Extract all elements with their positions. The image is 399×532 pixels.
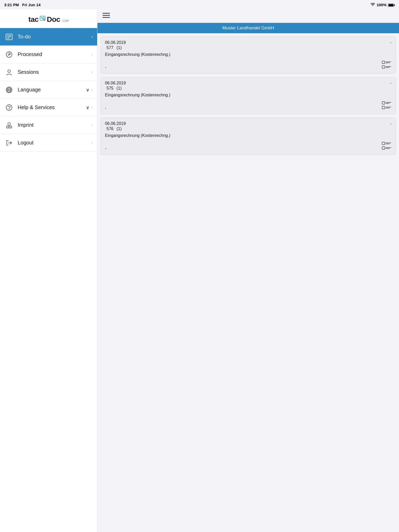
document-card[interactable]: 06.06.2019 - 575 (1) Eingangsrechnung (K… xyxy=(101,77,396,114)
sidebar-item-todo-label: To-do xyxy=(18,34,91,40)
svg-point-14 xyxy=(8,123,10,125)
card-id: 577 xyxy=(107,45,114,50)
svg-point-0 xyxy=(372,5,373,6)
chevron-right-icon: › xyxy=(91,87,93,92)
svg-rect-24 xyxy=(382,66,385,68)
document-card[interactable]: 06.06.2019 - 576 (1) Eingangsrechnung (K… xyxy=(101,117,396,155)
card-header: 06.06.2019 - xyxy=(105,40,391,45)
card-type: Eingangsrechnung (Kostenrechng.) xyxy=(105,133,391,138)
chevron-right-icon: › xyxy=(91,105,93,110)
card-id: 576 xyxy=(107,127,114,131)
processed-icon xyxy=(4,50,14,59)
card-date: 06.06.2019 xyxy=(105,121,126,126)
logo-doc: Doc xyxy=(47,15,60,23)
logo-tac: tac xyxy=(28,15,38,23)
sidebar-logo: tac Doc Live xyxy=(0,9,97,28)
card-date: 06.06.2019 xyxy=(105,40,126,45)
card-id-row: 577 (1) xyxy=(105,45,391,50)
main-content: Muster Landhandel GmbH 06.06.2019 - 577 … xyxy=(97,9,399,532)
sidebar-item-help-label: Help & Services xyxy=(18,104,86,110)
battery-percentage: 100% xyxy=(377,3,387,7)
sidebar-item-language[interactable]: Language ∨ › xyxy=(0,81,97,99)
card-dash: - xyxy=(390,40,391,45)
card-footer: - xyxy=(105,101,391,110)
card-id: 575 xyxy=(107,86,114,91)
card-footer: - xyxy=(105,60,391,70)
documents-list: 06.06.2019 - 577 (1) Eingangsrechnung (K… xyxy=(97,33,399,532)
status-time: 3:21 PM xyxy=(4,3,19,7)
svg-point-13 xyxy=(9,109,9,109)
card-type: Eingangsrechnung (Kostenrechng.) xyxy=(105,93,391,97)
logo-live: Live xyxy=(63,18,69,23)
app-container: tac Doc Live xyxy=(0,9,399,532)
todo-icon xyxy=(4,32,14,42)
chevron-right-icon: › xyxy=(91,52,93,57)
sidebar-item-imprint[interactable]: Imprint › xyxy=(0,116,97,134)
document-detail-icon[interactable] xyxy=(382,60,391,70)
company-bar: Muster Landhandel GmbH xyxy=(97,23,399,33)
logout-icon xyxy=(4,138,14,148)
card-count: (1) xyxy=(117,86,122,91)
sidebar-item-processed[interactable]: Processed › xyxy=(0,46,97,63)
card-count: (1) xyxy=(117,45,122,50)
document-detail-icon[interactable] xyxy=(382,101,391,110)
status-date: Fri Jun 14 xyxy=(22,3,41,7)
sidebar-item-language-label: Language xyxy=(18,87,86,93)
sidebar: tac Doc Live xyxy=(0,9,97,532)
sidebar-item-logout-label: Logout xyxy=(18,140,91,146)
card-id-row: 575 (1) xyxy=(105,86,391,91)
imprint-icon xyxy=(4,120,14,130)
main-header xyxy=(97,9,399,23)
status-time-date: 3:21 PM Fri Jun 14 xyxy=(4,3,41,7)
card-note: - xyxy=(105,65,106,70)
card-note: - xyxy=(105,106,106,110)
svg-rect-33 xyxy=(382,142,385,145)
chevron-right-icon: › xyxy=(91,34,93,39)
chevron-right-icon: › xyxy=(91,122,93,128)
status-indicators: 100% xyxy=(370,3,395,7)
expand-icon: ∨ xyxy=(86,105,89,110)
sidebar-item-logout[interactable]: Logout › xyxy=(0,134,97,152)
sessions-icon xyxy=(4,67,14,77)
svg-rect-21 xyxy=(382,61,385,64)
document-detail-icon[interactable] xyxy=(382,141,391,151)
card-footer: - xyxy=(105,141,391,151)
card-header: 06.06.2019 - xyxy=(105,81,391,85)
card-header: 06.06.2019 - xyxy=(105,121,391,126)
sidebar-item-sessions-label: Sessions xyxy=(18,69,91,75)
card-note: - xyxy=(105,146,106,151)
card-count: (1) xyxy=(117,127,122,131)
battery-icon xyxy=(388,3,395,7)
chevron-right-icon: › xyxy=(91,140,93,145)
document-card[interactable]: 06.06.2019 - 577 (1) Eingangsrechnung (K… xyxy=(101,36,396,74)
card-dash: - xyxy=(390,121,391,126)
card-type: Eingangsrechnung (Kostenrechng.) xyxy=(105,52,391,57)
chevron-right-icon: › xyxy=(91,69,93,75)
svg-rect-27 xyxy=(382,102,385,104)
sidebar-navigation: To-do › Processed › xyxy=(0,28,97,532)
sidebar-item-help[interactable]: Help & Services ∨ › xyxy=(0,99,97,116)
help-icon xyxy=(4,103,14,112)
company-name: Muster Landhandel GmbH xyxy=(222,25,274,30)
sidebar-item-sessions[interactable]: Sessions › xyxy=(0,63,97,81)
card-date: 06.06.2019 xyxy=(105,81,126,85)
status-bar: 3:21 PM Fri Jun 14 100% xyxy=(0,0,399,9)
svg-point-8 xyxy=(8,70,10,72)
wifi-icon xyxy=(370,3,375,7)
sidebar-item-processed-label: Processed xyxy=(18,51,91,57)
svg-rect-36 xyxy=(382,147,385,149)
expand-icon: ∨ xyxy=(86,87,89,93)
language-icon xyxy=(4,85,14,95)
sidebar-item-todo[interactable]: To-do › xyxy=(0,28,97,46)
svg-rect-30 xyxy=(382,106,385,109)
logo-icon xyxy=(39,15,46,22)
card-id-row: 576 (1) xyxy=(105,127,391,131)
card-dash: - xyxy=(390,81,391,85)
hamburger-menu-button[interactable] xyxy=(102,11,111,21)
sidebar-item-imprint-label: Imprint xyxy=(18,122,91,128)
